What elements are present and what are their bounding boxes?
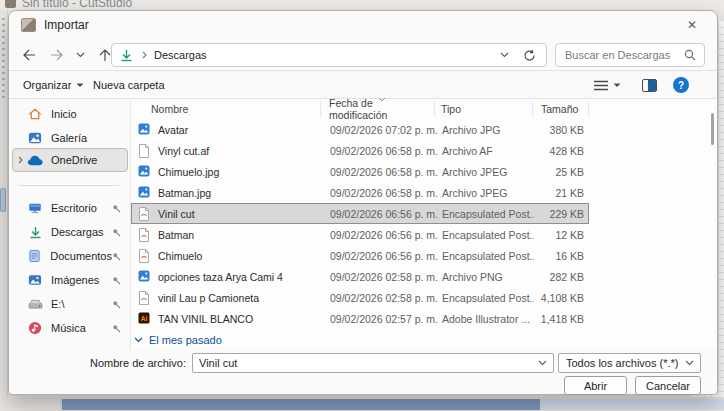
sidebar-item-escritorio[interactable]: Escritorio (12, 196, 128, 220)
music-icon (27, 321, 43, 335)
column-headers: Nombre Fecha de modificación Tipo Tamaño (131, 99, 717, 119)
sidebar-item-inicio[interactable]: Inicio (12, 102, 128, 126)
sidebar-item-documentos[interactable]: Documentos (12, 244, 128, 268)
back-icon (22, 49, 36, 61)
table-row-selected[interactable]: Vinil cut 09/02/2026 06:56 p. m. Encapsu… (131, 203, 589, 224)
filename-label: Nombre de archivo: (9, 353, 186, 373)
preview-pane-icon (642, 79, 657, 92)
table-row[interactable]: opciones taza Arya Cami 4 09/02/2026 02:… (131, 266, 589, 287)
dialog-body: Inicio Galería OneDrive (9, 99, 717, 350)
column-header-nombre[interactable]: Nombre (131, 101, 321, 117)
column-header-tipo[interactable]: Tipo (435, 101, 533, 117)
sidebar-item-galeria[interactable]: Galería (12, 126, 128, 150)
sidebar-item-imagenes[interactable]: Imágenes (12, 268, 128, 292)
table-row[interactable]: AiTAN VINIL BLANCO 09/02/2026 02:57 p. m… (131, 308, 589, 329)
dialog-title: Importar (44, 18, 89, 32)
sidebar-item-label: E:\ (51, 298, 64, 310)
sidebar-item-descargas[interactable]: Descargas (12, 220, 128, 244)
column-header-fecha[interactable]: Fecha de modificación (321, 101, 435, 117)
cancel-button[interactable]: Cancelar (635, 376, 701, 395)
forward-button[interactable] (45, 43, 69, 67)
table-row[interactable]: Chimuelo.jpg 09/02/2026 06:58 p. m. Arch… (131, 161, 589, 182)
table-row[interactable]: Vinyl cut.af 09/02/2026 06:58 p. m. Arch… (131, 140, 589, 161)
dialog-footer: Nombre de archivo: Todos los archivos (*… (9, 350, 717, 396)
search-box (555, 43, 705, 67)
table-row[interactable]: Batman 09/02/2026 06:56 p. m. Encapsulat… (131, 224, 589, 245)
search-input[interactable] (556, 49, 684, 61)
filetype-dropdown[interactable]: Todos los archivos (*.*) (558, 353, 701, 373)
new-folder-button[interactable]: Nueva carpeta (89, 75, 169, 95)
eps-file-icon (138, 291, 151, 305)
back-button[interactable] (17, 43, 41, 67)
image-file-icon (138, 270, 151, 284)
close-button[interactable]: ✕ (677, 14, 707, 36)
background-window-titlebar: Sin título - CutStudio (0, 0, 724, 10)
up-icon (99, 49, 111, 62)
table-row[interactable]: Batman.jpg 09/02/2026 06:58 p. m. Archiv… (131, 182, 589, 203)
import-dialog: Importar ✕ (8, 10, 718, 395)
chevron-down-icon (613, 83, 621, 88)
screen: Sin título - CutStudio Importar ✕ (0, 0, 724, 411)
close-icon: ✕ (687, 18, 697, 32)
sidebar-item-label: Inicio (51, 108, 77, 120)
downloads-icon (27, 226, 43, 239)
sidebar-item-label: Imágenes (51, 274, 99, 286)
list-view-icon (594, 80, 608, 91)
chevron-down-icon (685, 360, 700, 366)
group-header-el-mes-pasado[interactable]: El mes pasado (131, 329, 717, 350)
open-button[interactable]: Abrir (564, 376, 627, 395)
filetype-value: Todos los archivos (*.*) (559, 357, 685, 369)
view-mode-button[interactable] (590, 75, 625, 95)
horizontal-scrollbar-thumb[interactable] (62, 399, 540, 410)
breadcrumb-chevron-icon (142, 51, 147, 59)
address-dropdown-icon[interactable] (500, 52, 509, 58)
dialog-toolbar: Organizar Nueva carpeta ? (9, 71, 717, 99)
background-scrollbar-thumb[interactable] (0, 188, 6, 212)
address-bar[interactable]: Descargas (111, 43, 547, 67)
chevron-down-icon (76, 52, 85, 58)
preview-pane-button[interactable] (638, 75, 661, 95)
home-icon (27, 107, 43, 121)
sidebar-item-label: Escritorio (51, 202, 97, 214)
recent-locations-button[interactable] (71, 43, 89, 67)
search-icon (684, 49, 704, 61)
column-header-tamano[interactable]: Tamaño (533, 101, 589, 117)
table-row[interactable]: vinil Lau p Camioneta 09/02/2026 02:58 p… (131, 287, 589, 308)
filename-input[interactable] (193, 357, 538, 369)
sidebar-item-musica[interactable]: Música (12, 316, 128, 340)
expand-chevron-icon[interactable] (13, 156, 27, 164)
pin-icon (112, 324, 121, 333)
sidebar-item-e-drive[interactable]: E:\ (12, 292, 128, 316)
drive-icon (27, 298, 43, 310)
breadcrumb-location[interactable]: Descargas (154, 49, 207, 61)
help-button[interactable]: ? (669, 75, 693, 95)
file-rows: Avatar 09/02/2026 07:02 p. m. Archivo JP… (131, 119, 717, 350)
sidebar-item-onedrive[interactable]: OneDrive (12, 148, 128, 172)
chevron-down-icon[interactable] (538, 360, 553, 366)
table-row[interactable]: Chimuelo 09/02/2026 06:56 p. m. Encapsul… (131, 245, 589, 266)
image-file-icon (138, 165, 151, 179)
sidebar-item-label: OneDrive (51, 154, 97, 166)
organize-button[interactable]: Organizar (19, 75, 88, 95)
documents-icon (27, 249, 42, 263)
pin-icon (112, 252, 121, 261)
filename-combo (192, 353, 554, 373)
navigation-bar: Descargas (9, 39, 717, 71)
onedrive-icon (27, 155, 43, 166)
blank-file-icon (138, 144, 151, 158)
organize-label: Organizar (23, 79, 71, 91)
sidebar-item-label: Descargas (51, 226, 104, 238)
sort-descending-icon (378, 97, 386, 102)
refresh-icon[interactable] (523, 49, 536, 62)
file-list: Nombre Fecha de modificación Tipo Tamaño… (131, 99, 717, 350)
help-icon: ? (673, 77, 689, 93)
group-collapse-chevron-icon (134, 337, 143, 343)
pin-icon (112, 300, 121, 309)
sidebar-item-label: Música (51, 322, 86, 334)
forward-icon (50, 49, 64, 61)
sidebar-item-label: Documentos (50, 250, 112, 262)
new-folder-label: Nueva carpeta (93, 79, 165, 91)
table-row[interactable]: Avatar 09/02/2026 07:02 p. m. Archivo JP… (131, 119, 589, 140)
sidebar: Inicio Galería OneDrive (9, 99, 131, 350)
list-scrollbar-thumb[interactable] (711, 113, 714, 145)
